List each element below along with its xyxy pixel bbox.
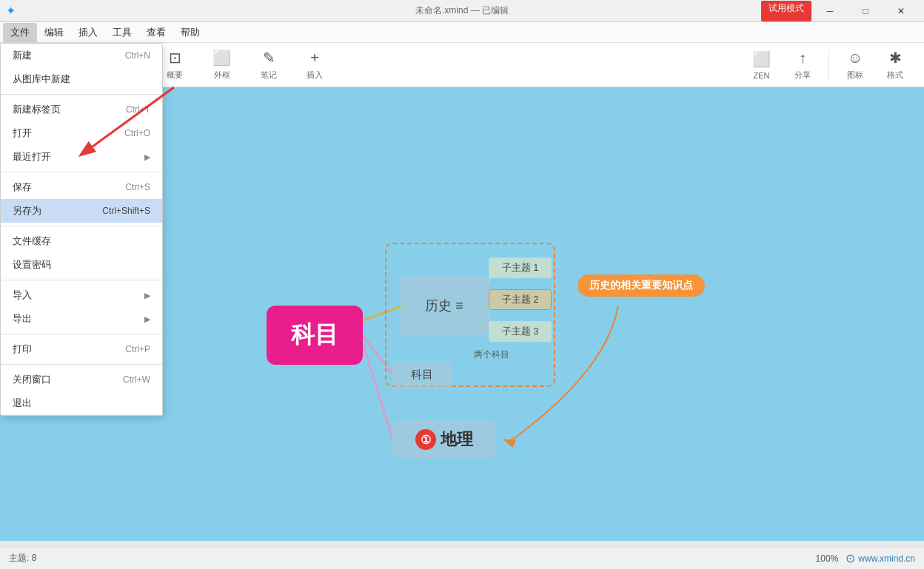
import-label: 导入 (13, 289, 32, 302)
watermark: ⊙ www.xmind.cn (846, 551, 915, 565)
set-password-label: 设置密码 (13, 258, 51, 272)
node-kemu-sub[interactable]: 科目 (392, 361, 452, 388)
save-label: 保存 (13, 181, 32, 194)
menu-print[interactable]: 打印 Ctrl+P (1, 337, 162, 361)
note-icon: ✎ (263, 49, 275, 67)
menu-open[interactable]: 打开 Ctrl+O (1, 121, 162, 145)
format-panel-icon: ✱ (889, 49, 902, 67)
open-label: 打开 (13, 127, 32, 140)
title-bar: ✦ 未命名.xmind — 已编辑 试用模式 ─ □ ✕ (0, 0, 924, 22)
toolbar-format-panel[interactable]: ✱ 格式 (881, 46, 909, 84)
topics-label: 主题: (9, 553, 29, 563)
menu-help[interactable]: 帮助 (173, 23, 207, 42)
recent-label: 最近打开 (13, 150, 51, 164)
save-as-label: 另存为 (13, 204, 41, 218)
topics-count: 8 (32, 553, 37, 563)
title-bar-left: ✦ (6, 4, 16, 18)
new-shortcut: Ctrl+N (125, 50, 150, 61)
title-bar-right: 试用模式 ─ □ ✕ (761, 1, 918, 21)
close-window-label: 关闭窗口 (13, 373, 51, 386)
zen-icon: ⬜ (752, 50, 771, 68)
menu-new-tab[interactable]: 新建标签页 Ctrl+T (1, 98, 162, 121)
note-label: 笔记 (261, 70, 277, 81)
menu-save-as[interactable]: 另存为 Ctrl+Shift+S (1, 199, 162, 223)
toolbar-summary[interactable]: ⊡ 概要 (161, 46, 189, 84)
export-arrow: ▶ (144, 314, 150, 324)
recent-arrow: ▶ (144, 152, 150, 162)
close-button[interactable]: ✕ (884, 1, 918, 21)
orange-label[interactable]: 历史的相关重要知识点 (578, 275, 705, 297)
toolbar-insert[interactable]: + 插入 (301, 47, 329, 84)
node-lishi[interactable]: 历史 ≡ (400, 276, 489, 335)
maximize-button[interactable]: □ (848, 1, 883, 21)
title-bar-center: 未命名.xmind — 已编辑 (415, 4, 509, 17)
menu-file[interactable]: 文件 (3, 23, 37, 42)
status-bar: 主题: 8 100% ⊙ www.xmind.cn (0, 547, 924, 569)
topics-info: 主题: 8 (9, 552, 36, 565)
menu-close-window[interactable]: 关闭窗口 Ctrl+W (1, 368, 162, 391)
separator-1 (1, 94, 162, 95)
open-shortcut: Ctrl+O (124, 128, 150, 138)
boundary-label: 外框 (214, 70, 230, 81)
menu-edit[interactable]: 编辑 (37, 23, 71, 42)
toolbar-icons-panel[interactable]: ☺ 图标 (841, 47, 869, 84)
close-window-shortcut: Ctrl+W (123, 374, 150, 385)
minimize-button[interactable]: ─ (813, 1, 847, 21)
save-shortcut: Ctrl+S (125, 182, 150, 192)
menu-insert[interactable]: 插入 (71, 23, 105, 42)
menu-export[interactable]: 导出 ▶ (1, 307, 162, 331)
file-cache-label: 文件缓存 (13, 235, 51, 248)
menu-set-password[interactable]: 设置密码 (1, 253, 162, 277)
format-panel-label: 格式 (887, 70, 903, 81)
separator-6 (1, 364, 162, 365)
toolbar-note[interactable]: ✎ 笔记 (255, 46, 283, 84)
insert-icon: + (310, 50, 319, 67)
export-label: 导出 (13, 312, 32, 326)
new-tab-label: 新建标签页 (13, 103, 61, 116)
insert-label: 插入 (307, 70, 323, 81)
print-shortcut: Ctrl+P (125, 344, 150, 354)
toolbar-right: ⬜ ZEN ↑ 分享 ☺ 图标 ✱ 格式 (746, 46, 909, 84)
print-label: 打印 (13, 343, 32, 356)
toolbar-boundary[interactable]: ⬜ 外框 (207, 46, 237, 84)
menu-recent[interactable]: 最近打开 ▶ (1, 145, 162, 169)
app-icon: ✦ (6, 4, 16, 18)
separator-3 (1, 226, 162, 226)
node-subtopic2[interactable]: 子主题 2 (489, 289, 552, 310)
trial-badge: 试用模式 (761, 1, 811, 21)
menu-exit[interactable]: 退出 (1, 391, 162, 415)
menu-save[interactable]: 保存 Ctrl+S (1, 175, 162, 199)
menu-tools[interactable]: 工具 (105, 23, 139, 42)
summary-label: 概要 (167, 70, 183, 81)
icons-panel-icon: ☺ (848, 50, 863, 67)
menu-file-cache[interactable]: 文件缓存 (1, 229, 162, 253)
separator-4 (1, 280, 162, 280)
separator-2 (1, 172, 162, 172)
share-icon: ↑ (799, 50, 806, 67)
menu-view[interactable]: 查看 (139, 23, 173, 42)
menu-bar: 文件 编辑 插入 工具 查看 帮助 (0, 22, 924, 43)
node-subtopic3[interactable]: 子主题 3 (489, 321, 552, 342)
share-label: 分享 (794, 70, 811, 81)
file-dropdown-menu: 新建 Ctrl+N 从图库中新建 新建标签页 Ctrl+T 打开 Ctrl+O … (0, 43, 163, 416)
node-subtopic1[interactable]: 子主题 1 (489, 257, 552, 278)
exit-label: 退出 (13, 397, 32, 410)
menu-new-from-library[interactable]: 从图库中新建 (1, 67, 162, 91)
menu-new[interactable]: 新建 Ctrl+N (1, 44, 162, 67)
watermark-text: www.xmind.cn (858, 553, 915, 564)
import-arrow: ▶ (144, 291, 150, 300)
toolbar-zen[interactable]: ⬜ ZEN (746, 47, 777, 83)
dili-number: ① (415, 429, 436, 450)
summary-icon: ⊡ (169, 49, 181, 67)
boundary-icon: ⬜ (212, 49, 231, 67)
document-title: 未命名.xmind — 已编辑 (415, 5, 509, 16)
new-tab-shortcut: Ctrl+T (126, 104, 150, 115)
new-from-library-label: 从图库中新建 (13, 73, 70, 86)
node-dili[interactable]: ① 地理 (392, 420, 496, 459)
menu-import[interactable]: 导入 ▶ (1, 283, 162, 307)
zoom-level: 100% (816, 553, 839, 564)
icons-panel-label: 图标 (847, 70, 863, 81)
toolbar-share[interactable]: ↑ 分享 (789, 47, 817, 84)
save-as-shortcut: Ctrl+Shift+S (102, 206, 150, 216)
node-kemu[interactable]: 科目 (267, 306, 363, 365)
